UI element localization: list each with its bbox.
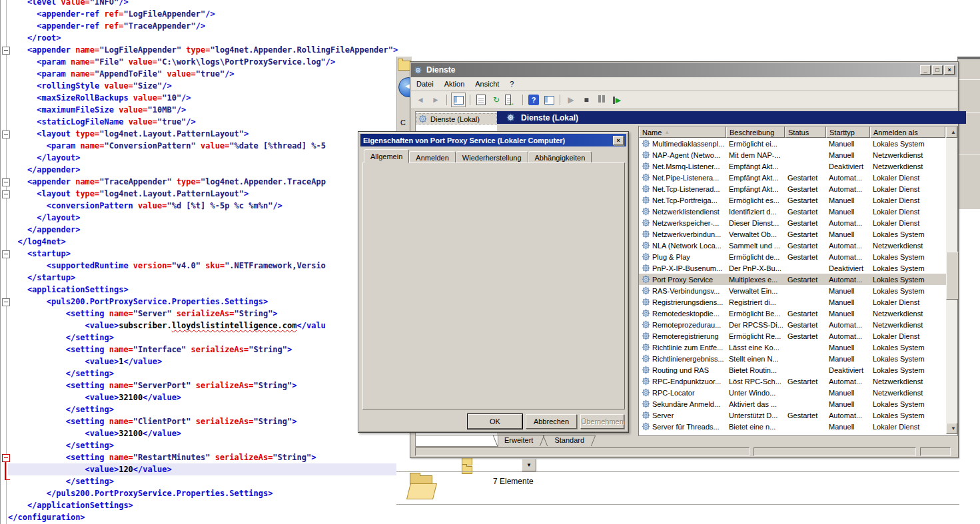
- service-row[interactable]: RAS-Verbindungsv...Verwaltet Ein...Manue…: [639, 285, 946, 296]
- service-row[interactable]: Richtlinie zum Entfe...Lässt eine Ko...M…: [639, 342, 946, 353]
- service-cell: Lässt eine Ko...: [726, 344, 785, 352]
- properties-icon[interactable]: [474, 93, 488, 107]
- ok-button[interactable]: OK: [468, 414, 522, 429]
- service-row[interactable]: Netzwerkspeicher-...Dieser Dienst...Gest…: [639, 217, 946, 228]
- results-pane-header: Dienste (Lokal): [497, 111, 966, 124]
- back-icon[interactable]: ◄: [414, 93, 427, 107]
- scroll-up-icon[interactable]: ▲: [946, 127, 957, 138]
- service-row[interactable]: Net.Pipe-Listenera...Empfängt Akt...Gest…: [639, 172, 946, 183]
- abbrechen-button[interactable]: Abbrechen: [526, 414, 577, 429]
- show-console-tree-icon[interactable]: [451, 93, 466, 107]
- service-row[interactable]: Port Proxy ServiceMultiplexes e...Gestar…: [639, 274, 946, 285]
- dialog-titlebar[interactable]: Eigenschaften von Port Proxy Service (Lo…: [360, 134, 626, 146]
- code-line: <startup>: [8, 248, 398, 260]
- service-row[interactable]: Richtlinienergebniss...Stellt einen N...…: [639, 353, 946, 364]
- tab-wiederherstellung[interactable]: Wiederherstellung: [456, 151, 528, 163]
- service-cell: Lokaler Dienst: [870, 423, 945, 431]
- service-row[interactable]: Remotedesktopdie...Ermöglicht Be...Gesta…: [639, 308, 946, 319]
- chevron-down-icon[interactable]: ▼: [522, 459, 536, 471]
- status-bar: [411, 447, 957, 457]
- code-text[interactable]: <level value="INFO"/> <appender-ref ref=…: [8, 0, 398, 523]
- service-cell: Lokaler Dienst: [870, 219, 945, 227]
- code-line: </setting>: [8, 403, 398, 415]
- service-cell: Manuell: [826, 140, 870, 148]
- service-cell: Lokales System: [870, 230, 945, 238]
- forward-icon[interactable]: ►: [429, 93, 442, 107]
- service-cell: Dieser Dienst...: [726, 219, 785, 227]
- start-service-icon[interactable]: ▶: [564, 93, 578, 107]
- service-row[interactable]: Netzwerkverbindun...Verwaltet Ob...Gesta…: [639, 228, 946, 240]
- pause-service-icon[interactable]: [595, 93, 608, 107]
- column-header-anmelden-als[interactable]: Anmelden als: [870, 127, 945, 138]
- tab-anmelden[interactable]: Anmelden: [409, 151, 456, 163]
- stop-service-icon[interactable]: ■: [580, 93, 593, 107]
- service-row[interactable]: Server für Threads...Bietet eine n...Man…: [639, 421, 946, 432]
- restart-service-icon[interactable]: ▶: [610, 93, 624, 107]
- service-row[interactable]: Plug & PlayErmöglicht de...GestartetAuto…: [639, 251, 946, 262]
- service-row[interactable]: Net.Msmq-Listener...Empfängt Akt...Deakt…: [639, 160, 946, 172]
- menu-item-aktion[interactable]: Aktion: [439, 79, 470, 89]
- service-row[interactable]: Net.Tcp-Listenerad...Empfängt Akt...Gest…: [639, 183, 946, 194]
- tab-abhangigkeiten[interactable]: Abhängigkeiten: [528, 151, 592, 163]
- scrollbar[interactable]: ▲ ▼: [946, 127, 957, 434]
- code-line: </appender>: [8, 164, 398, 176]
- service-cell: Gestartet: [785, 230, 826, 238]
- menu-item-datei[interactable]: Datei: [411, 79, 439, 89]
- service-row[interactable]: ServerUnterstützt D...GestartetAutomat..…: [639, 409, 946, 421]
- service-cell: Gestartet: [785, 276, 826, 284]
- column-header-status[interactable]: Status: [785, 127, 826, 138]
- menu-item-?[interactable]: ?: [504, 79, 519, 89]
- close-icon[interactable]: ×: [613, 136, 624, 145]
- service-row[interactable]: Routing und RASBietet Routin...Deaktivie…: [639, 364, 946, 376]
- service-name-cell: Netzwerkverbindun...: [639, 230, 726, 238]
- tree-item-dienste-lokal[interactable]: Dienste (Lokal): [416, 113, 497, 125]
- scrollbar-thumb[interactable]: [946, 252, 959, 300]
- service-cell: Manuell: [826, 196, 870, 204]
- menu-item-ansicht[interactable]: Ansicht: [470, 79, 504, 89]
- code-line: <setting name="ServerPort" serializeAs="…: [8, 380, 398, 392]
- maximize-button-icon[interactable]: □: [932, 65, 943, 75]
- folder-icon[interactable]: [462, 466, 472, 474]
- scroll-down-icon[interactable]: ▼: [946, 423, 957, 434]
- service-name-cell: Server für Threads...: [639, 422, 726, 431]
- service-row[interactable]: Multimediaklassenpl...Ermöglicht ei...Ma…: [639, 138, 946, 149]
- service-row[interactable]: RemoteregistrierungErmöglicht Re...Gesta…: [639, 330, 946, 342]
- view-tab-erweitert[interactable]: Erweitert: [494, 435, 544, 446]
- service-cell: Manuell: [826, 310, 870, 318]
- view-tab-standard[interactable]: Standard: [544, 435, 595, 446]
- service-row[interactable]: PnP-X-IP-Busenum...Der PnP-X-Bu...Deakti…: [639, 262, 946, 274]
- column-header-beschreibung[interactable]: Beschreibung: [726, 127, 785, 138]
- service-row[interactable]: RPC-LocatorUnter Windo...ManuellNetzwerk…: [639, 387, 946, 398]
- service-row[interactable]: NetzwerklistendienstIdentifiziert d...Ge…: [639, 206, 946, 217]
- service-row[interactable]: RPC-Endpunktzuor...Löst RPC-Sch...Gestar…: [639, 376, 946, 387]
- column-header-starttyp[interactable]: Starttyp: [826, 127, 870, 138]
- service-row[interactable]: Sekundäre Anmeld...Aktiviert das ...Manu…: [639, 398, 946, 409]
- service-cell: Manuell: [826, 298, 870, 306]
- ubernehmen-button[interactable]: Übernehmen: [580, 414, 624, 429]
- service-cell: Netzwerkdienst: [870, 242, 945, 250]
- service-row[interactable]: Remoteprozedurau...Der RPCSS-Di...Gestar…: [639, 319, 946, 330]
- service-cell: Lokales System: [870, 287, 945, 295]
- services-titlebar[interactable]: Dienste _□×: [411, 63, 957, 77]
- close-button-icon[interactable]: ×: [944, 65, 955, 75]
- service-gear-icon: [642, 388, 651, 397]
- service-name-cell: NLA (Network Loca...: [639, 241, 726, 250]
- service-cell: Manuell: [826, 400, 870, 408]
- service-cell: Lokales System: [870, 355, 945, 363]
- service-row[interactable]: NLA (Network Loca...Sammelt und ...Gesta…: [639, 240, 946, 251]
- new-window-icon[interactable]: [542, 93, 556, 107]
- service-row[interactable]: Net.Tcp-Portfreiga...Ermöglicht es...Ges…: [639, 194, 946, 206]
- service-row[interactable]: NAP-Agent (Netwo...Mit dem NAP-...Manuel…: [639, 149, 946, 160]
- export-list-icon[interactable]: →: [505, 93, 518, 107]
- service-name-cell: Richtlinie zum Entfe...: [639, 343, 726, 352]
- service-cell: Gestartet: [785, 219, 826, 227]
- help-icon[interactable]: ?: [527, 93, 540, 107]
- refresh-icon[interactable]: ↻: [490, 93, 503, 107]
- minimize-button-icon[interactable]: _: [920, 65, 931, 75]
- service-name-cell: Net.Pipe-Listenera...: [639, 173, 726, 182]
- service-cell: Netzwerkdienst: [870, 389, 945, 397]
- service-cell: Bietet eine n...: [726, 423, 785, 431]
- tab-allgemein[interactable]: Allgemein: [364, 149, 409, 163]
- column-header-name[interactable]: Name▲: [639, 127, 726, 138]
- service-row[interactable]: Registrierungsdiens...Registriert di...M…: [639, 296, 946, 308]
